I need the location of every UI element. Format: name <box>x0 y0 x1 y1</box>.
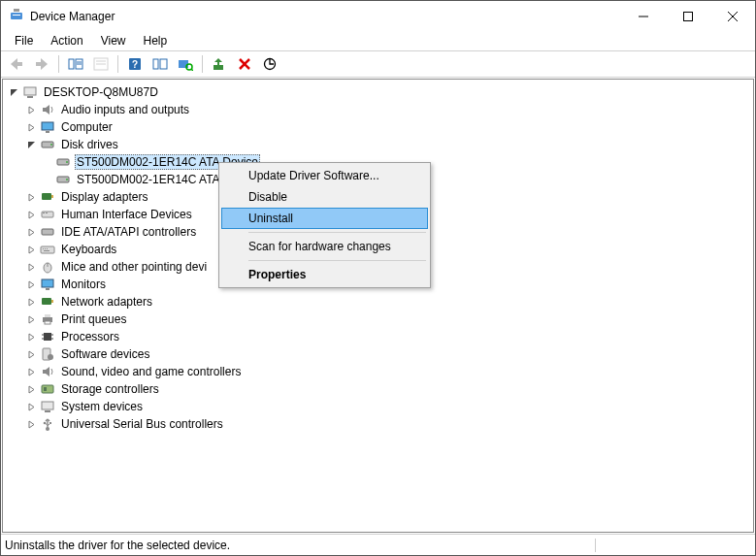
keyboard-icon <box>40 242 55 257</box>
menu-action[interactable]: Action <box>43 33 90 49</box>
collapse-arrow-icon[interactable] <box>24 260 38 274</box>
ctx-separator <box>248 232 426 233</box>
svg-point-61 <box>48 354 53 360</box>
svg-rect-37 <box>42 212 53 217</box>
tree-label: Processors <box>59 329 121 344</box>
disk-icon <box>40 137 55 152</box>
svg-rect-39 <box>46 213 48 213</box>
collapse-arrow-icon[interactable] <box>24 295 38 309</box>
uninstall-button[interactable] <box>233 53 256 75</box>
properties-button[interactable] <box>148 53 172 75</box>
toolbar-separator <box>117 55 118 73</box>
svg-rect-65 <box>45 410 50 412</box>
collapse-arrow-icon[interactable] <box>24 365 38 378</box>
tree-category-software[interactable]: Software devices <box>5 345 751 363</box>
menu-view[interactable]: View <box>93 33 134 49</box>
tree-label: Mice and other pointing devi <box>59 259 209 275</box>
tree-category-network[interactable]: Network adapters <box>5 293 751 311</box>
ctx-separator <box>248 260 426 261</box>
svg-rect-42 <box>43 248 44 249</box>
usb-icon <box>40 416 55 432</box>
svg-rect-4 <box>684 12 693 20</box>
tree-label: Universal Serial Bus controllers <box>59 416 225 432</box>
svg-rect-45 <box>44 250 49 251</box>
help-topics-button[interactable]: ? <box>123 53 147 75</box>
context-menu: Update Driver Software... Disable Uninst… <box>218 162 431 288</box>
mouse-icon <box>40 259 55 275</box>
collapse-arrow-icon[interactable] <box>24 330 38 343</box>
disable-button[interactable] <box>258 53 281 75</box>
svg-rect-55 <box>44 333 51 341</box>
ctx-update-driver[interactable]: Update Driver Software... <box>221 165 428 186</box>
collapse-arrow-icon[interactable] <box>24 382 38 396</box>
collapse-arrow-icon[interactable] <box>24 243 38 256</box>
minimize-button[interactable] <box>621 1 666 31</box>
monitor-icon <box>40 119 55 135</box>
collapse-arrow-icon[interactable] <box>24 190 38 204</box>
tree-category-sound[interactable]: Sound, video and game controllers <box>5 363 751 380</box>
tree-label: Software devices <box>59 346 151 362</box>
monitor-icon <box>40 277 55 292</box>
maximize-button[interactable] <box>666 1 710 31</box>
svg-rect-1 <box>14 9 19 12</box>
menu-help[interactable]: Help <box>136 33 176 49</box>
status-bar: Uninstalls the driver for the selected d… <box>1 534 755 555</box>
collapse-arrow-icon[interactable] <box>24 400 38 413</box>
tree-label: Human Interface Devices <box>59 207 194 222</box>
storage-controller-icon <box>40 381 55 397</box>
disk-icon <box>55 154 71 170</box>
tree-root[interactable]: DESKTOP-Q8MU87D <box>5 83 751 101</box>
collapse-arrow-icon[interactable] <box>24 347 38 361</box>
svg-point-34 <box>66 179 68 180</box>
update-driver-button[interactable] <box>208 53 231 75</box>
tree-category-audio[interactable]: Audio inputs and outputs <box>5 101 751 118</box>
svg-rect-21 <box>214 65 223 70</box>
scan-hardware-button[interactable] <box>174 53 197 75</box>
expand-arrow-icon[interactable] <box>24 138 38 151</box>
tree-category-print[interactable]: Print queues <box>5 311 751 328</box>
svg-rect-53 <box>45 314 50 317</box>
collapse-arrow-icon[interactable] <box>24 120 38 134</box>
svg-rect-25 <box>24 87 36 95</box>
svg-rect-51 <box>51 300 53 303</box>
collapse-arrow-icon[interactable] <box>24 278 38 291</box>
tree-label: ST500DM002-1ER14C ATA <box>75 172 222 187</box>
tree-category-computer[interactable]: Computer <box>5 118 751 136</box>
tree-category-disk-drives[interactable]: Disk drives <box>5 136 751 153</box>
tree-label: Display adapters <box>59 189 149 205</box>
ctx-disable[interactable]: Disable <box>221 186 428 208</box>
svg-rect-27 <box>42 122 53 130</box>
tree-category-processors[interactable]: Processors <box>5 328 751 345</box>
svg-rect-28 <box>46 131 49 133</box>
display-adapter-icon <box>40 189 55 205</box>
collapse-arrow-icon[interactable] <box>24 103 38 116</box>
show-hide-console-button[interactable] <box>64 53 87 75</box>
ctx-properties[interactable]: Properties <box>221 264 428 285</box>
collapse-arrow-icon[interactable] <box>24 225 38 239</box>
computer-icon <box>22 84 38 100</box>
tree-label: Storage controllers <box>59 381 161 397</box>
disk-icon <box>55 172 71 187</box>
ctx-uninstall[interactable]: Uninstall <box>221 208 428 229</box>
collapse-arrow-icon[interactable] <box>24 208 38 221</box>
svg-rect-64 <box>42 402 53 409</box>
forward-button <box>30 53 53 75</box>
tree-label: IDE ATA/ATAPI controllers <box>59 224 198 240</box>
ctx-scan-hardware[interactable]: Scan for hardware changes <box>221 236 428 257</box>
tree-label: Disk drives <box>59 137 120 152</box>
sound-icon <box>40 364 55 379</box>
device-tree-panel: DESKTOP-Q8MU87D Audio inputs and outputs… <box>2 79 754 533</box>
tree-category-usb[interactable]: Universal Serial Bus controllers <box>5 415 751 433</box>
processor-icon <box>40 329 55 344</box>
collapse-arrow-icon[interactable] <box>24 312 38 326</box>
tree-category-system[interactable]: System devices <box>5 398 751 415</box>
tree-category-storage[interactable]: Storage controllers <box>5 380 751 398</box>
menu-file[interactable]: File <box>7 33 41 49</box>
svg-rect-43 <box>45 248 46 249</box>
collapse-arrow-icon[interactable] <box>24 417 38 431</box>
app-icon <box>9 7 24 25</box>
svg-rect-54 <box>45 321 50 324</box>
svg-rect-17 <box>160 59 167 69</box>
close-button[interactable] <box>710 1 755 31</box>
expand-arrow-icon[interactable] <box>7 85 20 99</box>
